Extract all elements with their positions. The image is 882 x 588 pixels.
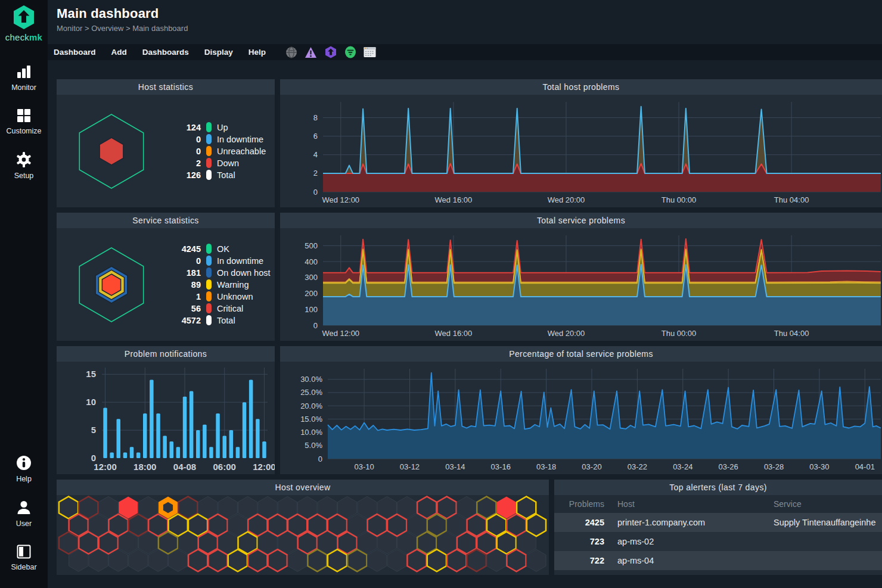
- svg-text:Thu 00:00: Thu 00:00: [662, 329, 697, 338]
- column-header[interactable]: Problems: [554, 499, 607, 509]
- host-name[interactable]: ap-ms-04: [607, 556, 772, 565]
- host-statistics-hexagon[interactable]: [66, 101, 157, 201]
- column-header[interactable]: Service: [772, 499, 882, 509]
- legend-item[interactable]: 1Unknown: [172, 291, 270, 301]
- filter-icon[interactable]: [344, 46, 356, 58]
- legend-label: Unknown: [217, 292, 253, 301]
- legend-item[interactable]: 4572Total: [172, 315, 270, 325]
- legend-item[interactable]: 56Critical: [172, 303, 270, 313]
- panel-title: Service statistics: [57, 213, 275, 228]
- calendar-icon[interactable]: [364, 46, 376, 58]
- dashboard-content: Host statistics 124Up0In downtime0Unreac…: [48, 60, 882, 588]
- table-row[interactable]: 2425printer-1.company.comSupply Tintenau…: [554, 513, 882, 532]
- svg-text:100: 100: [305, 305, 318, 314]
- svg-text:300: 300: [305, 273, 318, 282]
- warning-triangle-icon[interactable]: [305, 46, 317, 58]
- panel-title: Host overview: [57, 480, 549, 495]
- svg-text:0: 0: [318, 455, 322, 463]
- sidebar-item-help[interactable]: Help: [16, 455, 32, 483]
- menu-add[interactable]: Add: [111, 48, 127, 57]
- legend-item[interactable]: 4245OK: [172, 244, 270, 254]
- sidebar-item-customize[interactable]: Customize: [6, 108, 41, 135]
- sidebar-item-sidebar-toggle[interactable]: Sidebar: [11, 545, 36, 571]
- sidebar-item-user[interactable]: User: [16, 500, 32, 528]
- legend-item[interactable]: 89Warning: [172, 279, 270, 290]
- svg-text:03-26: 03-26: [719, 462, 738, 471]
- panel-title: Total host problems: [280, 79, 882, 95]
- svg-text:0: 0: [313, 188, 318, 197]
- bar-chart-icon: [16, 65, 32, 79]
- svg-text:03-10: 03-10: [354, 462, 374, 471]
- menu-help[interactable]: Help: [249, 48, 266, 57]
- host-overview-hexgrid[interactable]: [57, 495, 549, 575]
- legend-color-pill: [206, 315, 212, 325]
- legend-item[interactable]: 2Down: [172, 158, 266, 168]
- legend-color-pill: [206, 267, 212, 278]
- legend-label: OK: [217, 244, 229, 254]
- panel-percentage-service-problems: Percentage of total service problems 05.…: [280, 346, 882, 474]
- panel-title: Top alerters (last 7 days): [554, 480, 882, 495]
- legend-item[interactable]: 181On down host: [172, 267, 270, 278]
- legend-color-pill: [206, 256, 212, 266]
- svg-text:10: 10: [86, 397, 96, 407]
- svg-text:03-14: 03-14: [445, 462, 465, 471]
- panel-title: Total service problems: [280, 213, 882, 228]
- menubar-icons: [285, 46, 376, 58]
- legend-item[interactable]: 0In downtime: [172, 134, 266, 144]
- logo-text: checkmk: [5, 32, 42, 42]
- svg-text:12:00: 12:00: [253, 462, 275, 472]
- svg-text:25.0%: 25.0%: [300, 388, 322, 397]
- legend-label: Unreachable: [217, 147, 266, 156]
- legend-color-pill: [206, 170, 212, 180]
- legend-value: 0: [172, 147, 201, 156]
- legend-label: In downtime: [217, 256, 263, 266]
- gear-icon: [16, 152, 32, 167]
- svg-text:20.0%: 20.0%: [300, 402, 322, 410]
- service-statistics-hexagon[interactable]: [66, 235, 157, 335]
- menu-dashboard[interactable]: Dashboard: [54, 48, 96, 57]
- svg-text:5: 5: [91, 425, 96, 435]
- legend-color-pill: [206, 158, 212, 168]
- percentage-service-problems-chart: 05.0%10.0%15.0%20.0%25.0%30.0%03-1003-12…: [280, 362, 882, 474]
- checkmk-logo[interactable]: checkmk: [5, 5, 42, 42]
- svg-text:03-18: 03-18: [536, 462, 556, 471]
- breadcrumb: Monitor > Overview > Main dashboard: [57, 24, 882, 33]
- sidebar: checkmk Monitor Customize Setup: [0, 0, 48, 588]
- legend-item[interactable]: 124Up: [172, 122, 266, 132]
- svg-text:15: 15: [86, 369, 96, 379]
- svg-text:Thu 00:00: Thu 00:00: [662, 195, 697, 204]
- legend-color-pill: [206, 279, 212, 290]
- menu-dashboards[interactable]: Dashboards: [142, 48, 189, 57]
- total-host-problems-chart: 02468Wed 12:00Wed 16:00Wed 20:00Thu 00:0…: [280, 95, 882, 207]
- legend-item[interactable]: 0Unreachable: [172, 146, 266, 156]
- panel-title: Percentage of total service problems: [280, 346, 882, 362]
- host-name[interactable]: printer-1.company.com: [607, 518, 772, 527]
- table-row[interactable]: 722ap-ms-04: [554, 551, 882, 570]
- svg-text:18:00: 18:00: [133, 462, 156, 472]
- legend-item[interactable]: 126Total: [172, 170, 266, 180]
- grid-icon: [17, 108, 31, 123]
- column-header[interactable]: Host: [607, 499, 772, 509]
- sidebar-icon: [17, 545, 31, 559]
- svg-text:Wed 20:00: Wed 20:00: [548, 329, 585, 338]
- sidebar-item-setup[interactable]: Setup: [14, 152, 34, 180]
- panel-total-service-problems: Total service problems 0100200300400500W…: [280, 213, 882, 341]
- hexagon-up-icon[interactable]: [324, 46, 337, 58]
- svg-text:03-30: 03-30: [809, 462, 829, 471]
- svg-text:400: 400: [305, 257, 318, 266]
- host-name[interactable]: ap-ms-02: [607, 537, 772, 546]
- svg-text:12:00: 12:00: [94, 462, 116, 472]
- problem-notifications-chart: 05101512:0018:0004-0806:0012:00: [57, 362, 275, 474]
- legend-item[interactable]: 0In downtime: [172, 256, 270, 266]
- globe-icon[interactable]: [285, 46, 297, 58]
- svg-text:03-12: 03-12: [400, 462, 420, 471]
- service-name[interactable]: Supply Tintenauffangeinhe: [772, 518, 882, 527]
- legend-value: 89: [172, 280, 201, 290]
- svg-text:Wed 16:00: Wed 16:00: [435, 329, 473, 338]
- svg-text:15.0%: 15.0%: [300, 415, 322, 424]
- svg-text:10.0%: 10.0%: [300, 428, 322, 437]
- sidebar-item-monitor[interactable]: Monitor: [11, 65, 36, 92]
- info-icon: [16, 455, 32, 471]
- menu-display[interactable]: Display: [204, 48, 233, 57]
- table-row[interactable]: 723ap-ms-02: [554, 532, 882, 551]
